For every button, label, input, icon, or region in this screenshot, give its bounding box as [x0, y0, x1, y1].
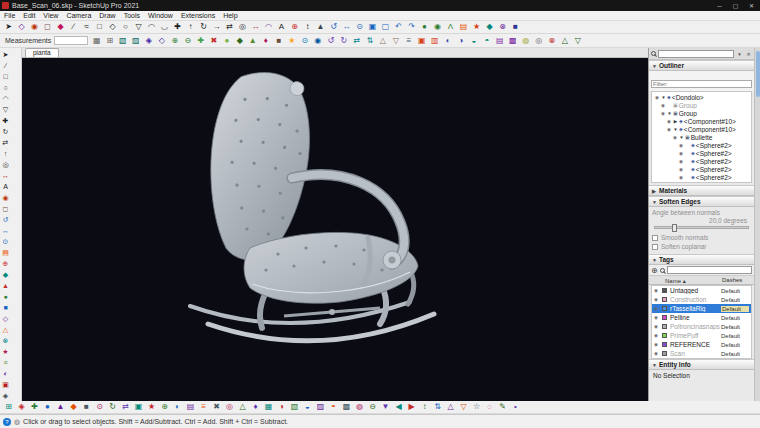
plugin-tool-icon[interactable]: △: [376, 35, 389, 47]
plugin-tool-icon[interactable]: ✚: [28, 401, 41, 413]
expand-arrow-icon[interactable]: ▼: [661, 95, 666, 100]
rotate-icon[interactable]: ↻: [0, 126, 11, 137]
plugin-tool-icon[interactable]: ▤: [493, 35, 506, 47]
tag-icon[interactable]: ◆: [54, 21, 67, 33]
tag-search-input[interactable]: [667, 266, 752, 274]
visibility-eye-icon[interactable]: ◉: [660, 103, 666, 108]
plugin-tool-icon[interactable]: ◑: [275, 401, 288, 413]
pan-icon[interactable]: ↔: [340, 21, 353, 33]
expand-arrow-icon[interactable]: ▼: [667, 111, 672, 116]
smooth-normals-checkbox[interactable]: [652, 235, 658, 241]
rotated-rectangle-icon[interactable]: ◇: [106, 21, 119, 33]
plugin-tool-icon[interactable]: ▣: [0, 379, 11, 390]
3d-viewport[interactable]: [22, 58, 648, 401]
orbit-icon[interactable]: ↺: [327, 21, 340, 33]
tag-dashes-value[interactable]: Default: [721, 342, 749, 348]
tag-row[interactable]: ◉ Poltroncinasnaps Default: [652, 322, 751, 331]
plugin-tool-icon[interactable]: ▽: [389, 35, 402, 47]
tags-section-header[interactable]: ▼ Tags: [649, 254, 754, 265]
expand-arrow-icon[interactable]: ▶: [673, 119, 678, 124]
tag-color-swatch[interactable]: [662, 333, 667, 338]
plugin-tool-icon[interactable]: ▩: [340, 401, 353, 413]
minimize-button[interactable]: ─: [713, 3, 726, 9]
select-icon[interactable]: ➤: [0, 49, 11, 60]
maximize-button[interactable]: ▢: [729, 2, 742, 9]
plugin-tool-icon[interactable]: ◆: [233, 35, 246, 47]
plugin-tool-icon[interactable]: ↺: [324, 35, 337, 47]
plugin-tool-icon[interactable]: ▣: [415, 35, 428, 47]
next-view-icon[interactable]: ↷: [405, 21, 418, 33]
tag-color-swatch[interactable]: [662, 342, 667, 347]
previous-view-icon[interactable]: ↶: [392, 21, 405, 33]
tag-color-swatch[interactable]: [662, 351, 667, 356]
plugin-tool-icon[interactable]: ◉: [311, 35, 324, 47]
tag-row[interactable]: ◉ Pelline Default: [652, 313, 751, 322]
line-icon[interactable]: ∕: [0, 60, 11, 71]
plugin-tool-icon[interactable]: ▦: [262, 401, 275, 413]
add-tag-icon[interactable]: ⊕: [651, 266, 658, 275]
measurements-value-box[interactable]: [54, 36, 88, 45]
outliner-tree-item[interactable]: ◉ ▼ ▣ Bullette: [652, 133, 751, 141]
plugin-tool-icon[interactable]: ◆: [0, 269, 11, 280]
plugin-tool-icon[interactable]: ▧: [288, 401, 301, 413]
menu-item[interactable]: Tools: [120, 12, 144, 19]
plugin-tool-icon[interactable]: ✖: [207, 35, 220, 47]
arc-icon[interactable]: ◠: [145, 21, 158, 33]
section-plane-icon[interactable]: ▤: [0, 247, 11, 258]
plugin-tool-icon[interactable]: ◒: [467, 35, 480, 47]
plugin-tool-icon[interactable]: ▲: [54, 401, 67, 413]
outliner-filter-input[interactable]: [651, 80, 752, 88]
plugin-tool-icon[interactable]: ◀: [392, 401, 405, 413]
arc-icon[interactable]: ◠: [0, 93, 11, 104]
plugin-tool-icon[interactable]: ⊗: [545, 35, 558, 47]
plugin-tool-icon[interactable]: ■: [0, 302, 11, 313]
move-icon[interactable]: ✚: [171, 21, 184, 33]
plugin-tool-icon[interactable]: ◍: [353, 401, 366, 413]
push-pull-icon[interactable]: ↑: [184, 21, 197, 33]
plugin-tool-icon[interactable]: ◆: [483, 21, 496, 33]
select-icon[interactable]: ➤: [2, 21, 15, 33]
tape-measure-icon[interactable]: ↔: [249, 21, 262, 33]
position-camera-icon[interactable]: ●: [418, 21, 431, 33]
expand-arrow-icon[interactable]: ▼: [679, 135, 684, 140]
plugin-tool-icon[interactable]: ⊗: [0, 335, 11, 346]
plugin-tool-icon[interactable]: ✚: [194, 35, 207, 47]
tag-row[interactable]: ◉ PrimePuff Default: [652, 331, 751, 340]
tag-color-swatch[interactable]: [662, 315, 667, 320]
line-icon[interactable]: ∕: [67, 21, 80, 33]
plugin-tool-icon[interactable]: ◍: [519, 35, 532, 47]
tag-dashes-value[interactable]: Default: [721, 351, 749, 357]
plugin-tool-icon[interactable]: ⇅: [363, 35, 376, 47]
visibility-eye-icon[interactable]: ◉: [678, 143, 684, 148]
plugin-tool-icon[interactable]: •: [509, 401, 522, 413]
plugin-tool-icon[interactable]: ★: [0, 346, 11, 357]
visibility-eye-icon[interactable]: ◉: [666, 119, 672, 124]
eraser-icon[interactable]: ◻: [0, 203, 11, 214]
pie-icon[interactable]: ◡: [158, 21, 171, 33]
plugin-tool-icon[interactable]: ⊞: [2, 401, 15, 413]
scale-icon[interactable]: ⇄: [223, 21, 236, 33]
plugin-tool-icon[interactable]: ◈: [15, 401, 28, 413]
context-icon[interactable]: ◍: [14, 418, 20, 426]
plugin-tool-icon[interactable]: ⊕: [168, 35, 181, 47]
search-close-icon[interactable]: ✕: [745, 51, 752, 57]
plugin-tool-icon[interactable]: ♦: [249, 401, 262, 413]
menu-item[interactable]: Help: [219, 12, 241, 19]
tag-visibility-eye-icon[interactable]: ◉: [654, 288, 662, 293]
plugin-tool-icon[interactable]: ◈: [142, 35, 155, 47]
axes-icon[interactable]: ⊕: [288, 21, 301, 33]
outliner-tree-item[interactable]: ◉ ◈ <Sphere#2>: [652, 165, 751, 173]
plugin-tool-icon[interactable]: ▽: [571, 35, 584, 47]
plugin-tool-icon[interactable]: ⊙: [93, 401, 106, 413]
tag-dashes-value[interactable]: Default: [721, 315, 749, 321]
close-button[interactable]: ✕: [745, 2, 758, 9]
tray-scrollbar-thumb[interactable]: [756, 51, 760, 97]
plugin-tool-icon[interactable]: ⇅: [431, 401, 444, 413]
axes-icon[interactable]: ⊕: [0, 258, 11, 269]
plugin-tool-icon[interactable]: ▨: [129, 35, 142, 47]
tag-dashes-value[interactable]: Default: [721, 306, 749, 312]
plugin-tool-icon[interactable]: ◓: [480, 35, 493, 47]
section-plane-icon[interactable]: ▤: [457, 21, 470, 33]
plugin-tool-icon[interactable]: ●: [0, 291, 11, 302]
freehand-icon[interactable]: ≈: [80, 21, 93, 33]
